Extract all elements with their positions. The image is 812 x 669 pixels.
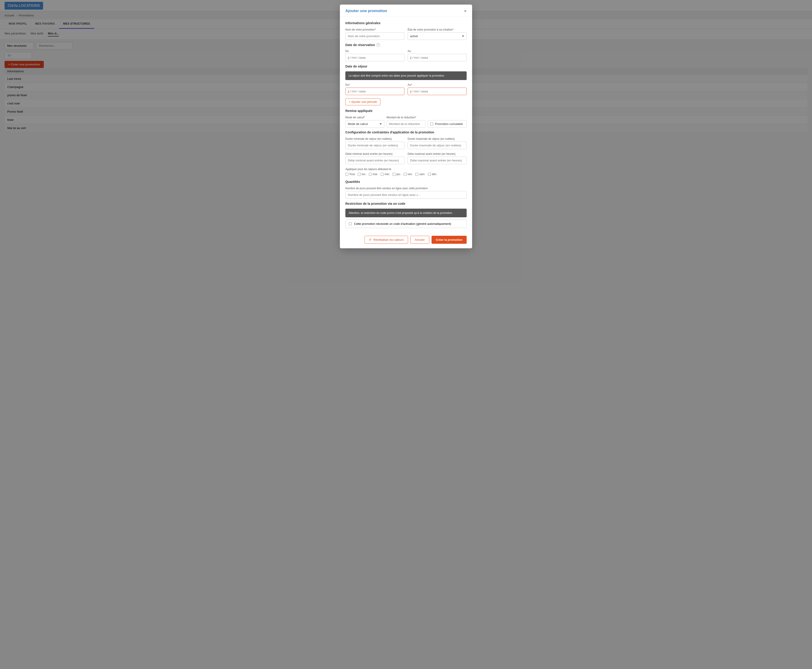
days-row: Tous lun. mar. mer. bbox=[346, 173, 466, 176]
modal-header: Ajouter une promotion × bbox=[340, 5, 472, 17]
day-lun-label: lun. bbox=[362, 173, 366, 176]
reset-button[interactable]: ↺ Réinitialiser les valeurs bbox=[364, 236, 408, 244]
modal-title: Ajouter une promotion bbox=[346, 8, 387, 13]
form-group-max-stay: Durée maximale de séjour (en nuitées) bbox=[408, 137, 466, 149]
form-row-general: Nom de votre promotion* État de votre pr… bbox=[346, 28, 466, 40]
from-label: Du bbox=[346, 49, 404, 53]
modal-close-button[interactable]: × bbox=[464, 8, 466, 13]
section-constraints-title: Configuration de contraintes d'applicati… bbox=[346, 130, 466, 134]
form-group-stay-to: Au* bbox=[408, 83, 466, 95]
status-select[interactable]: activé désactivé bbox=[408, 32, 466, 40]
day-mar-checkbox[interactable] bbox=[369, 173, 372, 176]
day-tous-label: Tous bbox=[349, 173, 355, 176]
min-stay-label: Durée minimale de séjour (en nuitées) bbox=[346, 137, 404, 140]
day-mar-label: mar. bbox=[373, 173, 378, 176]
day-dim: dim. bbox=[428, 173, 437, 176]
day-jeu-label: jeu. bbox=[396, 173, 401, 176]
section-remise-title: Remise appliquée bbox=[346, 109, 466, 113]
day-lun-checkbox[interactable] bbox=[358, 173, 361, 176]
max-stay-input[interactable] bbox=[408, 141, 466, 149]
max-delay-input[interactable] bbox=[408, 156, 466, 164]
quantities-label: Nombre de jours pouvant être vendus en l… bbox=[346, 187, 466, 190]
form-group-quantities: Nombre de jours pouvant être vendus en l… bbox=[346, 187, 466, 198]
code-activation-label: Cette promotion nécessite un code d'acti… bbox=[354, 222, 451, 225]
day-sam-label: sam. bbox=[419, 173, 425, 176]
code-restriction-warning: Attention, la restriction du code promo … bbox=[346, 208, 466, 217]
code-activation-checkbox[interactable] bbox=[349, 222, 352, 225]
code-promo-row: Cette promotion nécessite un code d'acti… bbox=[346, 220, 466, 228]
day-lun: lun. bbox=[358, 173, 366, 176]
section-general-title: Informations générales bbox=[346, 21, 466, 25]
form-group-to: Au bbox=[408, 49, 466, 61]
form-row-reservation: Du Au bbox=[346, 49, 466, 61]
cumulable-label: Promotion cumulable bbox=[435, 122, 463, 126]
stay-to-label: Au* bbox=[408, 83, 466, 86]
day-sam-checkbox[interactable] bbox=[415, 173, 418, 176]
stay-to-input[interactable] bbox=[408, 87, 466, 95]
max-delay-label: Délai maximal avant entrée (en heures) bbox=[408, 152, 466, 156]
section-stay-title: Date de séjour bbox=[346, 64, 466, 68]
promotion-name-input[interactable] bbox=[346, 32, 404, 40]
cancel-label: Annuler bbox=[414, 238, 425, 242]
reset-label: Réinitialiser les valeurs bbox=[373, 238, 404, 242]
form-group-min-stay: Durée minimale de séjour (en nuitées) bbox=[346, 137, 404, 149]
form-group-max-delay: Délai maximal avant entrée (en heures) bbox=[408, 152, 466, 164]
form-group-min-delay: Délai minimal avant entrée (en heures) bbox=[346, 152, 404, 164]
day-mer-checkbox[interactable] bbox=[381, 173, 384, 176]
section-quantities-title: Quantités bbox=[346, 180, 466, 183]
stay-from-input[interactable] bbox=[346, 87, 404, 95]
name-label: Nom de votre promotion* bbox=[346, 28, 404, 31]
days-label: Appliquer pour les séjours débutant le bbox=[346, 168, 391, 171]
day-dim-label: dim. bbox=[432, 173, 437, 176]
min-stay-input[interactable] bbox=[346, 141, 404, 149]
add-period-button[interactable]: + Ajouter une période bbox=[346, 98, 381, 105]
info-icon[interactable]: ? bbox=[376, 43, 380, 47]
days-section: Appliquer pour les séjours débutant le T… bbox=[346, 167, 466, 176]
calc-mode-select[interactable]: Mode de calcul bbox=[346, 120, 384, 128]
min-delay-label: Délai minimal avant entrée (en heures) bbox=[346, 152, 404, 156]
day-dim-checkbox[interactable] bbox=[428, 173, 431, 176]
modal-footer: ↺ Réinitialiser les valeurs Annuler Crée… bbox=[340, 233, 472, 248]
stay-date-tooltip: Le séjour doit être compris entre ces da… bbox=[346, 71, 466, 80]
form-group-stay-from: Du* bbox=[346, 83, 404, 95]
day-ven-checkbox[interactable] bbox=[404, 173, 407, 176]
day-ven-label: ven. bbox=[408, 173, 413, 176]
quantities-input[interactable] bbox=[346, 191, 466, 198]
form-group-reduction: Montant de la réduction* bbox=[387, 116, 426, 128]
add-promotion-modal: Ajouter une promotion × Informations gén… bbox=[340, 5, 472, 248]
reset-icon: ↺ bbox=[369, 238, 371, 242]
day-mer: mer. bbox=[381, 173, 390, 176]
day-sam: sam. bbox=[415, 173, 425, 176]
day-ven: ven. bbox=[404, 173, 413, 176]
day-tous: Tous bbox=[346, 173, 355, 176]
cancel-button[interactable]: Annuler bbox=[410, 236, 429, 244]
form-group-cumulable: Promotion cumulable bbox=[428, 116, 466, 128]
reduction-input[interactable] bbox=[387, 120, 426, 128]
form-row-stay-duration: Durée minimale de séjour (en nuitées) Du… bbox=[346, 137, 466, 149]
form-group-name: Nom de votre promotion* bbox=[346, 28, 404, 40]
day-mar: mar. bbox=[369, 173, 378, 176]
reservation-to-input[interactable] bbox=[408, 54, 466, 61]
create-label: Créer la promotion bbox=[436, 238, 462, 242]
form-group-status: État de votre promotion à sa création* a… bbox=[408, 28, 466, 40]
stay-from-label: Du* bbox=[346, 83, 404, 86]
modal-overlay: Ajouter une promotion × Informations gén… bbox=[0, 0, 812, 669]
form-group-from: Du bbox=[346, 49, 404, 61]
day-jeu-checkbox[interactable] bbox=[393, 173, 396, 176]
create-button[interactable]: Créer la promotion bbox=[431, 236, 466, 244]
reduction-label: Montant de la réduction* bbox=[387, 116, 426, 119]
modal-body: Informations générales Nom de votre prom… bbox=[340, 17, 472, 233]
day-tous-checkbox[interactable] bbox=[346, 173, 348, 176]
max-stay-label: Durée maximale de séjour (en nuitées) bbox=[408, 137, 466, 140]
calc-mode-label: Mode de calcul* bbox=[346, 116, 384, 119]
form-row-stay: Du* Au* bbox=[346, 83, 466, 95]
reservation-from-input[interactable] bbox=[346, 54, 404, 61]
day-mer-label: mer. bbox=[384, 173, 390, 176]
section-code-restriction-title: Restriction de la promotion via un code bbox=[346, 202, 466, 205]
day-jeu: jeu. bbox=[393, 173, 401, 176]
min-delay-input[interactable] bbox=[346, 156, 404, 164]
form-row-delay: Délai minimal avant entrée (en heures) D… bbox=[346, 152, 466, 164]
to-label: Au bbox=[408, 49, 466, 53]
cumulable-checkbox[interactable] bbox=[430, 123, 433, 125]
section-reservation-title: Date de réservation bbox=[346, 43, 375, 47]
